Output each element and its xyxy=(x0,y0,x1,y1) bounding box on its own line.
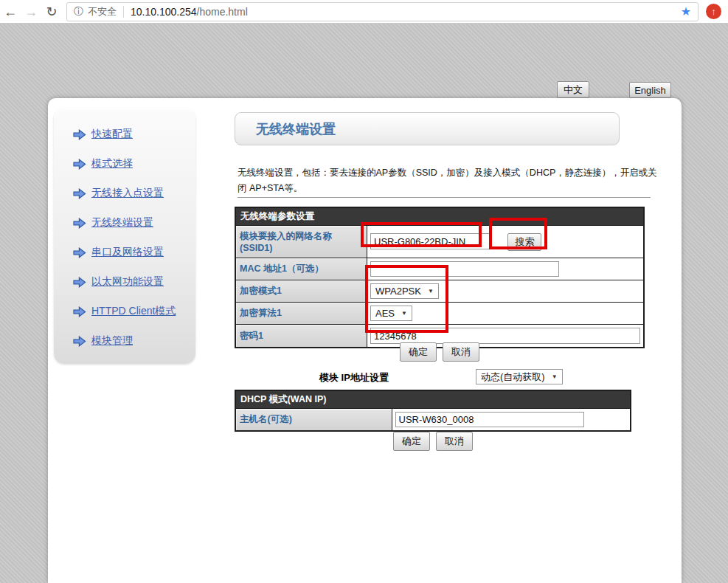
sidebar-item-label[interactable]: HTTPD Client模式 xyxy=(91,305,176,318)
cancel-button[interactable]: 取消 xyxy=(443,342,479,362)
sidebar-item-label[interactable]: 模块管理 xyxy=(91,334,133,348)
chinese-language-button[interactable]: 中文 xyxy=(557,81,589,98)
encryption-mode-select[interactable]: WPA2PSK ▼ xyxy=(370,283,439,299)
extension-icon[interactable]: ↑ xyxy=(706,4,721,19)
sidebar-item[interactable]: 以太网功能设置 xyxy=(73,267,195,297)
arrow-right-icon xyxy=(73,218,86,229)
search-button[interactable]: 搜索 xyxy=(507,233,541,251)
security-label: 不安全 xyxy=(88,5,117,18)
sidebar-menu: 快速配置 模式选择 xyxy=(54,108,195,356)
table-row: 模块要接入的网络名称(SSID1) 搜索 xyxy=(235,226,644,258)
english-language-button[interactable]: English xyxy=(629,82,671,98)
arrow-right-icon xyxy=(73,188,86,199)
encryption-mode-value: WPA2PSK xyxy=(375,286,421,297)
forward-icon[interactable]: → xyxy=(21,1,41,23)
cancel-button[interactable]: 取消 xyxy=(436,432,473,451)
dropdown-arrow-icon: ▼ xyxy=(428,288,434,294)
table-row: 主机名(可选) xyxy=(235,409,631,432)
arrow-right-icon xyxy=(73,247,86,258)
dhcp-settings-table: DHCP 模式(WAN IP) 主机名(可选) xyxy=(235,390,631,432)
dropdown-arrow-icon: ▼ xyxy=(552,373,558,380)
back-icon[interactable]: ← xyxy=(0,1,21,23)
sidebar-item[interactable]: 无线终端设置 xyxy=(73,208,195,238)
description-line-2: 闭 AP+STA等。 xyxy=(238,181,652,196)
hostname-label: 主机名(可选) xyxy=(235,409,392,432)
table-row: MAC 地址1（可选） xyxy=(235,258,644,280)
title-panel: 无线终端设置 xyxy=(235,112,620,145)
ok-button[interactable]: 确定 xyxy=(400,342,437,362)
page-title: 无线终端设置 xyxy=(256,120,336,138)
table-row: 加密模式1 WPA2PSK ▼ xyxy=(235,280,644,303)
sidebar-item-label[interactable]: 无线终端设置 xyxy=(91,216,153,230)
sidebar-item[interactable]: HTTPD Client模式 xyxy=(73,297,195,326)
mac-input[interactable] xyxy=(370,261,559,277)
url-path: /home.html xyxy=(197,6,248,18)
module-ip-setting-label: 模块 IP地址设置 xyxy=(319,371,389,384)
mac-label: MAC 地址1（可选） xyxy=(235,258,367,280)
dhcp-buttons-row: 确定 取消 xyxy=(235,432,631,451)
dhcp-table-header: DHCP 模式(WAN IP) xyxy=(235,390,631,409)
reload-icon[interactable]: ↻ xyxy=(41,1,62,23)
description-line-1: 无线终端设置，包括：要去连接的AP参数（SSID，加密）及接入模式（DHCP，静… xyxy=(238,165,652,181)
content-panel: 快速配置 模式选择 xyxy=(48,98,682,583)
sidebar-item-label[interactable]: 以太网功能设置 xyxy=(91,275,164,289)
encryption-algorithm-select[interactable]: AES ▼ xyxy=(370,306,412,321)
ip-mode-value: 动态(自动获取) xyxy=(481,370,545,384)
bookmark-star-icon[interactable]: ★ xyxy=(681,4,691,18)
sidebar-item[interactable]: 无线接入点设置 xyxy=(73,179,195,208)
sidebar-item[interactable]: 模式选择 xyxy=(73,149,195,179)
sidebar-item-label[interactable]: 快速配置 xyxy=(91,128,133,141)
sidebar-item-label[interactable]: 模式选择 xyxy=(91,157,133,170)
sta-buttons-row: 确定 取消 xyxy=(235,342,645,362)
divider xyxy=(238,197,651,198)
encryption-mode-label: 加密模式1 xyxy=(235,280,367,303)
sta-settings-table: 无线终端参数设置 模块要接入的网络名称(SSID1) 搜索 MAC 地址1（可选… xyxy=(235,207,645,348)
arrow-right-icon xyxy=(73,129,86,140)
sta-table-header: 无线终端参数设置 xyxy=(235,207,644,226)
page-background: 中文 English 快速配置 xyxy=(0,24,728,583)
sidebar-item-label[interactable]: 无线接入点设置 xyxy=(91,187,164,200)
encryption-algorithm-label: 加密算法1 xyxy=(235,303,367,325)
ok-button[interactable]: 确定 xyxy=(393,432,430,451)
sidebar: 快速配置 模式选择 xyxy=(54,108,195,364)
table-row: 加密算法1 AES ▼ xyxy=(235,303,644,325)
dropdown-arrow-icon: ▼ xyxy=(401,310,407,317)
hostname-input[interactable] xyxy=(395,412,584,427)
ip-mode-select[interactable]: 动态(自动获取) ▼ xyxy=(476,369,563,384)
arrow-right-icon xyxy=(73,306,86,317)
sidebar-item-label[interactable]: 串口及网络设置 xyxy=(91,246,164,259)
ssid-input[interactable] xyxy=(370,233,490,249)
encryption-algorithm-value: AES xyxy=(375,308,395,319)
browser-toolbar: ← → ↻ ⓘ 不安全 10.10.100.254 /home.html ★ ↑ xyxy=(0,0,728,24)
page-description: 无线终端设置，包括：要去连接的AP参数（SSID，加密）及接入模式（DHCP，静… xyxy=(238,165,652,196)
sidebar-item[interactable]: 模块管理 xyxy=(73,326,195,356)
sidebar-item[interactable]: 串口及网络设置 xyxy=(73,238,195,267)
arrow-right-icon xyxy=(73,159,86,170)
url-host: 10.10.100.254 xyxy=(131,6,197,18)
sidebar-item[interactable]: 快速配置 xyxy=(73,120,195,149)
ssid-label: 模块要接入的网络名称(SSID1) xyxy=(235,226,367,258)
arrow-right-icon xyxy=(73,277,86,288)
arrow-right-icon xyxy=(73,336,86,347)
address-separator xyxy=(123,6,124,18)
password-input[interactable] xyxy=(370,328,640,344)
info-icon[interactable]: ⓘ xyxy=(74,5,83,18)
address-bar[interactable]: ⓘ 不安全 10.10.100.254 /home.html ★ xyxy=(66,2,698,21)
